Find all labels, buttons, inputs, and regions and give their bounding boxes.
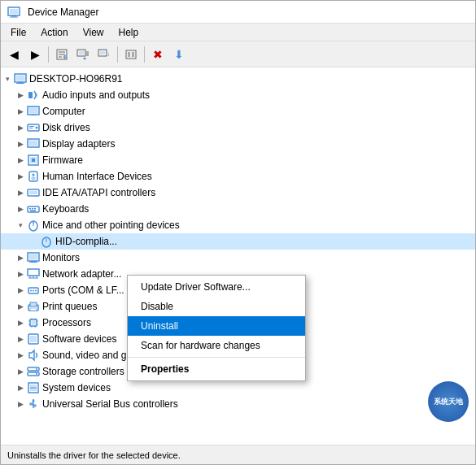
monitors-label: Monitors [42, 252, 80, 263]
processors-label: Processors [42, 317, 91, 328]
tree-root[interactable]: ▾ DESKTOP-HO96R91 [1, 71, 475, 87]
scan-button[interactable]: ↓ [94, 45, 114, 64]
ctx-disable[interactable]: Disable [128, 297, 305, 316]
svg-point-29 [36, 127, 38, 129]
tree-item-disk[interactable]: ▶ Disk drives [1, 120, 475, 136]
menu-bar: File Action View Help [1, 24, 475, 41]
ide-expand[interactable]: ▶ [14, 186, 27, 199]
hid-label: Human Interface Devices [42, 171, 152, 182]
show-hidden-button[interactable] [121, 45, 141, 64]
menu-view[interactable]: View [76, 25, 111, 40]
system-expand[interactable]: ▶ [14, 381, 27, 394]
menu-help[interactable]: Help [112, 25, 146, 40]
install-button[interactable]: ⬇ [169, 45, 189, 64]
svg-rect-23 [16, 83, 24, 84]
ctx-separator [128, 357, 305, 358]
update-driver-button[interactable] [73, 45, 93, 64]
usb-label: Universal Serial Bus controllers [42, 398, 178, 410]
sound-expand[interactable]: ▶ [14, 349, 27, 362]
ctx-uninstall[interactable]: Uninstall [128, 316, 305, 336]
root-label: DESKTOP-HO96R91 [29, 73, 123, 85]
forward-button[interactable]: ▶ [25, 45, 45, 64]
hid-icon [27, 170, 40, 183]
disk-expand[interactable]: ▶ [14, 121, 27, 134]
tree-item-ide[interactable]: ▶ IDE ATA/ATAPI controllers [1, 185, 475, 201]
toolbar-sep-2 [117, 46, 118, 63]
ctx-scan[interactable]: Scan for hardware changes [128, 336, 305, 355]
ports-expand[interactable]: ▶ [14, 284, 27, 297]
svg-marker-88 [32, 399, 35, 402]
svg-rect-66 [30, 302, 37, 306]
tree-item-mice[interactable]: ▾ Mice and other pointing devices [1, 217, 475, 233]
tree-item-usb[interactable]: ▶ Universal Serial Bus controllers [1, 396, 475, 412]
print-label: Print queues [42, 301, 97, 312]
disk-icon [27, 121, 40, 134]
hid-expand[interactable]: ▶ [14, 170, 27, 183]
svg-text:↓: ↓ [107, 50, 110, 58]
root-expand[interactable]: ▾ [1, 72, 14, 85]
svg-rect-33 [29, 141, 38, 146]
keyboards-expand[interactable]: ▶ [14, 202, 27, 215]
print-icon [27, 300, 40, 313]
mice-expand[interactable]: ▾ [14, 219, 27, 232]
monitors-expand[interactable]: ▶ [14, 251, 27, 264]
tree-item-firmware[interactable]: ▶ Firmware [1, 152, 475, 168]
svg-rect-55 [29, 262, 37, 263]
svg-rect-21 [16, 76, 25, 81]
tree-item-monitors[interactable]: ▶ Monitors [1, 250, 475, 266]
ide-icon [27, 186, 40, 199]
tree-item-audio[interactable]: ▶ Audio inputs and outputs [1, 87, 475, 103]
svg-rect-54 [31, 261, 36, 262]
ctx-properties[interactable]: Properties [128, 359, 305, 379]
svg-rect-15 [100, 51, 105, 54]
storage-expand[interactable]: ▶ [14, 365, 27, 378]
device-tree[interactable]: ▾ DESKTOP-HO96R91 ▶ [1, 67, 475, 445]
tree-item-system[interactable]: ▶ System devices [1, 380, 475, 396]
processors-expand[interactable]: ▶ [14, 316, 27, 329]
audio-expand[interactable]: ▶ [14, 89, 27, 102]
print-expand[interactable]: ▶ [14, 300, 27, 313]
svg-rect-39 [32, 177, 35, 180]
ide-label: IDE ATA/ATAPI controllers [42, 187, 155, 198]
network-expand[interactable]: ▶ [14, 267, 27, 280]
firmware-label: Firmware [42, 154, 83, 166]
tree-item-keyboards[interactable]: ▶ Keyboards [1, 201, 475, 217]
toolbar-sep-1 [48, 46, 49, 63]
keyboards-icon [27, 202, 40, 215]
firmware-expand[interactable]: ▶ [14, 154, 27, 167]
svg-point-62 [30, 290, 32, 292]
status-text: Uninstalls the driver for the selected d… [7, 450, 181, 460]
display-expand[interactable]: ▶ [14, 137, 27, 150]
back-button[interactable]: ◀ [4, 45, 24, 64]
ports-label: Ports (COM & LF... [42, 285, 124, 296]
svg-rect-19 [132, 52, 134, 57]
software-expand[interactable]: ▶ [14, 332, 27, 345]
tree-item-display[interactable]: ▶ Display adapters [1, 136, 475, 152]
svg-rect-41 [29, 191, 37, 194]
computer-label: Computer [42, 106, 85, 117]
svg-rect-46 [30, 211, 36, 212]
ctx-update-driver[interactable]: Update Driver Software... [128, 277, 305, 297]
hid-mouse-icon [40, 235, 53, 248]
svg-rect-22 [18, 82, 23, 83]
properties-button[interactable]: ? [52, 45, 72, 64]
audio-icon [27, 89, 40, 102]
svg-rect-17 [126, 50, 136, 59]
svg-point-82 [36, 368, 37, 370]
menu-action[interactable]: Action [34, 25, 74, 40]
watermark-logo: 系统天地 [428, 381, 469, 422]
disk-label: Disk drives [42, 122, 90, 133]
svg-point-63 [33, 290, 34, 292]
usb-expand[interactable]: ▶ [14, 398, 27, 411]
menu-file[interactable]: File [4, 25, 33, 40]
tree-item-computer[interactable]: ▶ Computer [1, 103, 475, 120]
svg-rect-2 [11, 15, 16, 17]
storage-icon [27, 365, 40, 378]
svg-point-38 [33, 174, 35, 176]
svg-point-83 [36, 373, 37, 375]
tree-item-hid[interactable]: ▶ Human Interface Devices [1, 168, 475, 185]
computer-expand[interactable]: ▶ [14, 105, 27, 118]
storage-label: Storage controllers [42, 366, 124, 377]
tree-item-hid-mouse[interactable]: ▶ HID-complia... [1, 233, 475, 250]
uninstall-button[interactable]: ✖ [148, 45, 168, 64]
